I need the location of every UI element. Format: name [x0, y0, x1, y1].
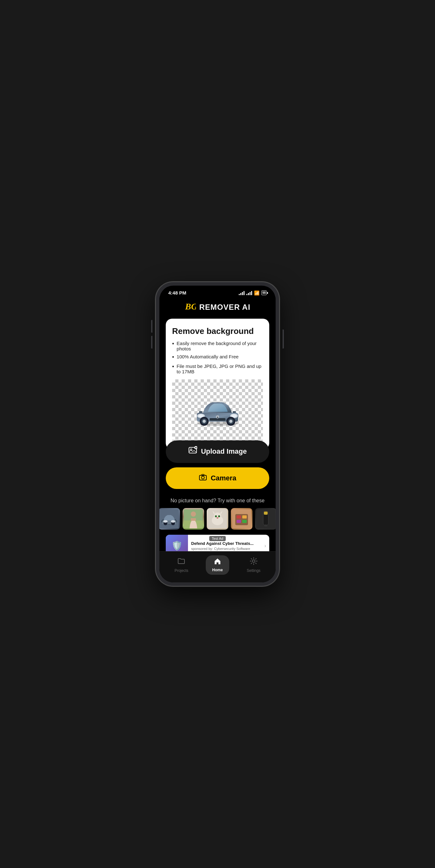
volume-up-button — [151, 320, 153, 333]
car-preview: ★ — [192, 392, 243, 430]
sample-image-makeup[interactable] — [231, 508, 253, 530]
nav-home-background: Home — [206, 555, 229, 575]
sample-title: No picture on hand? Try with one of thes… — [166, 498, 269, 503]
sample-image-car[interactable] — [159, 508, 180, 530]
home-icon — [214, 558, 221, 566]
svg-rect-49 — [242, 520, 247, 523]
svg-rect-47 — [242, 515, 247, 519]
svg-rect-18 — [233, 411, 236, 413]
power-button — [282, 330, 284, 348]
status-icons: 📶 98 — [239, 290, 267, 296]
ad-label: Test Ad — [209, 536, 226, 541]
svg-point-5 — [198, 414, 204, 417]
bottom-nav: Projects Home — [159, 551, 276, 582]
sample-section: No picture on hand? Try with one of thes… — [166, 498, 269, 530]
settings-icon — [249, 557, 258, 567]
sample-image-mascara[interactable] — [255, 508, 276, 530]
volume-down-button — [151, 336, 153, 348]
svg-point-33 — [171, 520, 175, 523]
upload-button[interactable]: Upload Image — [166, 440, 269, 463]
svg-rect-52 — [264, 512, 268, 515]
folder-icon — [177, 557, 186, 567]
svg-rect-48 — [237, 520, 241, 523]
signal-strength — [239, 291, 244, 295]
phone-frame: 4:48 PM 📶 98 — [156, 282, 279, 586]
preview-area: ★ — [172, 379, 263, 443]
feature-item-2: 100% Automatically and Free — [172, 354, 263, 361]
nav-label-settings: Settings — [247, 568, 260, 573]
svg-point-32 — [163, 520, 168, 523]
nav-label-home: Home — [212, 568, 223, 572]
svg-point-43 — [216, 517, 219, 519]
upload-label: Upload Image — [201, 447, 247, 456]
svg-point-15 — [229, 420, 232, 423]
svg-point-40 — [214, 513, 221, 520]
ad-arrow-icon: › — [261, 543, 269, 549]
svg-rect-46 — [237, 515, 241, 519]
ad-subtitle: sponsored by: Cybersecurity Software — [191, 547, 258, 551]
wifi-icon: 📶 — [254, 290, 259, 296]
svg-rect-37 — [191, 518, 196, 521]
card-title: Remove background — [172, 326, 263, 336]
camera-button[interactable]: Camera — [166, 467, 269, 489]
svg-point-25 — [201, 476, 204, 479]
app-content: BG REMOVER AI Remove background Easily r… — [159, 298, 276, 582]
signal-strength-2 — [246, 291, 252, 295]
feature-item-3: File must be JPEG, JPG or PNG and up to … — [172, 364, 263, 374]
upload-icon — [188, 446, 197, 457]
svg-point-36 — [191, 512, 196, 517]
svg-rect-53 — [264, 525, 267, 526]
app-logo: BG — [185, 301, 196, 314]
sample-image-cat[interactable] — [207, 508, 228, 530]
svg-point-41 — [215, 515, 217, 517]
svg-text:★: ★ — [216, 416, 219, 418]
nav-item-settings[interactable]: Settings — [247, 557, 260, 573]
feature-item-1: Easily remove the background of your pho… — [172, 341, 263, 351]
sample-images-row — [166, 508, 269, 530]
svg-point-42 — [218, 515, 220, 517]
battery-indicator: 98 — [261, 290, 267, 295]
camera-icon — [199, 473, 207, 483]
notch — [198, 286, 237, 295]
features-list: Easily remove the background of your pho… — [172, 341, 263, 374]
ad-title: Defend Against Cyber Threats... — [191, 541, 258, 546]
app-title: REMOVER AI — [199, 303, 250, 312]
camera-label: Camera — [211, 474, 237, 482]
svg-point-12 — [203, 420, 206, 423]
phone-screen: 4:48 PM 📶 98 — [159, 286, 276, 582]
nav-label-projects: Projects — [175, 568, 188, 573]
svg-point-6 — [231, 414, 237, 417]
time-display: 4:48 PM — [168, 290, 187, 296]
sample-image-person[interactable] — [182, 508, 204, 530]
svg-point-54 — [253, 560, 255, 562]
main-card: Remove background Easily remove the back… — [166, 319, 269, 449]
app-header: BG REMOVER AI — [166, 298, 269, 319]
nav-item-projects[interactable]: Projects — [175, 557, 188, 573]
svg-text:BG: BG — [185, 302, 196, 311]
svg-rect-17 — [199, 411, 202, 413]
nav-item-home[interactable]: Home — [206, 555, 229, 575]
